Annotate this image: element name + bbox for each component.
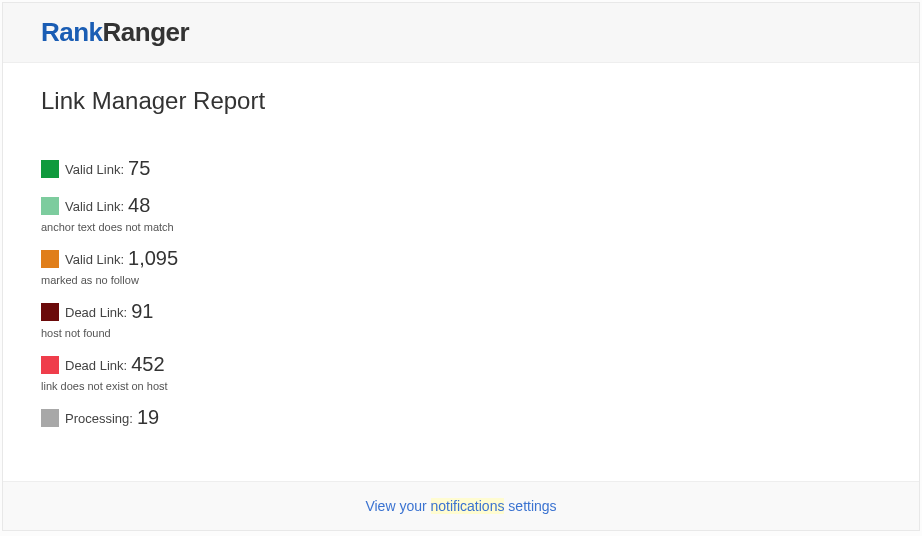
page-title: Link Manager Report (41, 87, 881, 115)
metric-sublabel: marked as no follow (41, 274, 881, 286)
color-swatch (41, 160, 59, 178)
color-swatch (41, 303, 59, 321)
metric-label: Dead Link: (65, 300, 127, 320)
footer-suffix: settings (504, 498, 556, 514)
metric-value: 19 (137, 406, 159, 429)
metrics-list: Valid Link:75Valid Link:48anchor text do… (41, 157, 881, 429)
metric-sublabel: link does not exist on host (41, 380, 881, 392)
metric-value: 48 (128, 194, 150, 217)
metric-label: Processing: (65, 406, 133, 426)
metric-value: 1,095 (128, 247, 178, 270)
metric-row: Valid Link:75 (41, 157, 881, 180)
metric-label: Dead Link: (65, 353, 127, 373)
footer: View your notifications settings (3, 481, 919, 530)
metric-label: Valid Link: (65, 194, 124, 214)
content: Link Manager Report Valid Link:75Valid L… (3, 63, 919, 481)
logo: RankRanger (41, 17, 189, 47)
metric-value: 75 (128, 157, 150, 180)
metric-row: Valid Link:1,095marked as no follow (41, 247, 881, 286)
header: RankRanger (3, 3, 919, 63)
metric-row: Valid Link:48anchor text does not match (41, 194, 881, 233)
color-swatch (41, 356, 59, 374)
color-swatch (41, 409, 59, 427)
footer-highlight: notifications (431, 498, 505, 514)
footer-prefix: View your (365, 498, 430, 514)
color-swatch (41, 197, 59, 215)
logo-part1: Rank (41, 17, 103, 47)
metric-sublabel: anchor text does not match (41, 221, 881, 233)
metric-row: Processing:19 (41, 406, 881, 429)
metric-row: Dead Link:452link does not exist on host (41, 353, 881, 392)
metric-label: Valid Link: (65, 247, 124, 267)
logo-part2: Ranger (103, 17, 190, 47)
metric-row: Dead Link:91host not found (41, 300, 881, 339)
metric-value: 91 (131, 300, 153, 323)
metric-sublabel: host not found (41, 327, 881, 339)
notifications-link[interactable]: View your notifications settings (365, 498, 556, 514)
metric-value: 452 (131, 353, 164, 376)
metric-label: Valid Link: (65, 157, 124, 177)
color-swatch (41, 250, 59, 268)
